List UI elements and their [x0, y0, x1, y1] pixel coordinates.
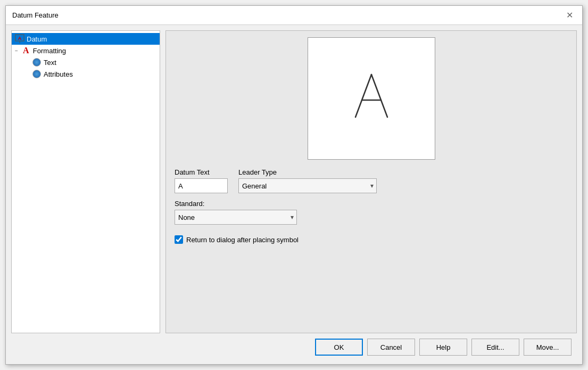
move-button[interactable]: Move... [524, 339, 572, 356]
help-button[interactable]: Help [419, 339, 467, 356]
globe-icon-attributes [32, 70, 41, 78]
datum-text-input[interactable] [175, 178, 228, 193]
tree-item-attributes-label: Attributes [44, 70, 73, 78]
return-dialog-checkbox[interactable] [175, 235, 183, 244]
formatting-icon: A [21, 46, 31, 55]
form-area: Datum Text Leader Type General Spline No… [172, 168, 570, 244]
tree-item-formatting-label: Formatting [33, 47, 66, 55]
dialog-title: Datum Feature [12, 11, 59, 19]
leader-type-select[interactable]: General Spline None [238, 178, 377, 193]
standard-label: Standard: [175, 200, 297, 208]
preview-box [308, 37, 435, 160]
tree-item-text-label: Text [44, 59, 56, 67]
form-row-2: Standard: None ASME ISO DIN [175, 200, 568, 225]
preview-svg [345, 67, 398, 130]
datum-icon: A [15, 34, 24, 44]
button-bar: OK Cancel Help Edit... Move... [11, 333, 577, 359]
tree-panel: A Datum − A Formatting [11, 30, 160, 333]
datum-text-label: Datum Text [175, 168, 228, 176]
edit-button[interactable]: Edit... [471, 339, 519, 356]
preview-area [172, 37, 570, 160]
close-button[interactable]: ✕ [563, 9, 576, 22]
main-content: A Datum − A Formatting [11, 30, 577, 333]
standard-group: Standard: None ASME ISO DIN [175, 200, 297, 225]
ok-button[interactable]: OK [315, 339, 363, 356]
form-row-1: Datum Text Leader Type General Spline No… [175, 168, 568, 193]
leader-type-wrapper: General Spline None [238, 178, 377, 193]
dialog-body: A Datum − A Formatting [6, 25, 582, 364]
text-icon [32, 57, 42, 67]
checkbox-row: Return to dialog after placing symbol [175, 235, 568, 244]
return-dialog-label[interactable]: Return to dialog after placing symbol [186, 236, 299, 244]
tree-item-datum[interactable]: A Datum [12, 33, 160, 45]
datum-text-group: Datum Text [175, 168, 228, 193]
title-bar: Datum Feature ✕ [6, 6, 582, 25]
leader-type-group: Leader Type General Spline None [238, 168, 568, 193]
tree-item-text[interactable]: Text [12, 56, 160, 68]
attributes-icon [32, 69, 42, 79]
svg-text:A: A [18, 36, 22, 41]
leader-type-label: Leader Type [238, 168, 568, 176]
tree-item-formatting[interactable]: − A Formatting [12, 45, 160, 56]
datum-feature-dialog: Datum Feature ✕ A Datum [5, 5, 583, 365]
standard-wrapper: None ASME ISO DIN [175, 210, 297, 225]
expand-icon-formatting: − [15, 48, 18, 54]
svg-line-4 [371, 75, 387, 117]
tree-item-attributes[interactable]: Attributes [12, 68, 160, 80]
globe-icon-text [32, 58, 41, 67]
cancel-button[interactable]: Cancel [367, 339, 415, 356]
standard-select[interactable]: None ASME ISO DIN [175, 210, 297, 225]
tree-item-datum-label: Datum [27, 35, 47, 43]
right-panel: Datum Text Leader Type General Spline No… [165, 30, 577, 333]
svg-line-3 [355, 75, 371, 117]
